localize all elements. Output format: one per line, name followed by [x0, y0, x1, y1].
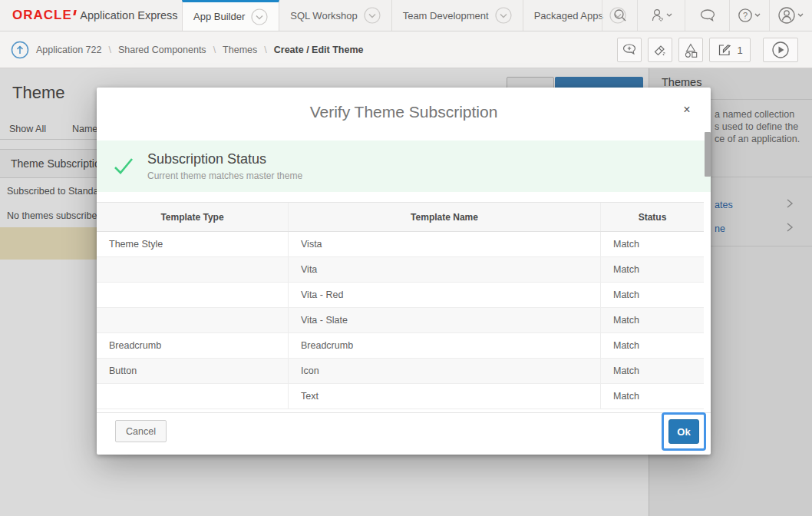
table-row: TextMatch [97, 384, 704, 409]
cell-type [97, 308, 288, 332]
cell-status: Match [600, 384, 704, 408]
cell-name: Vita [288, 257, 600, 282]
chevron-down-icon[interactable] [495, 7, 512, 24]
tab-label: Team Development [403, 10, 489, 22]
breadcrumb-item-shared-components[interactable]: Shared Components [118, 45, 206, 55]
table-row: Vita - SlateMatch [97, 308, 704, 333]
cell-name: Vita - Slate [288, 308, 600, 332]
cell-status: Match [600, 232, 704, 256]
table-header-row: Template Type Template Name Status [97, 203, 704, 232]
success-check-icon [112, 156, 135, 177]
tab-label: Packaged Apps [534, 10, 603, 22]
breadcrumb-item-current: Create / Edit Theme [274, 45, 364, 55]
top-navigation-bar: ORACLE Application Express App Builder S… [0, 0, 812, 31]
registered-mark [73, 10, 76, 15]
dialog-footer: Cancel Ok [97, 412, 711, 455]
chevron-down-icon[interactable] [364, 7, 381, 24]
dialog-title: Verify Theme Subscription [97, 103, 711, 121]
table-row: Theme StyleVistaMatch [97, 232, 704, 257]
tab-label: SQL Workshop [290, 10, 357, 22]
breadcrumb-separator: \ [108, 45, 111, 55]
tab-sql-workshop[interactable]: SQL Workshop [279, 0, 391, 31]
help-icon[interactable]: ? [729, 0, 769, 31]
cell-type [97, 384, 288, 408]
cell-name: Vita - Red [288, 283, 600, 307]
cell-status: Match [600, 333, 704, 358]
cell-name: Breadcrumb [288, 333, 600, 358]
page-toolbar: 1 [617, 38, 798, 62]
cell-type: Button [97, 359, 288, 383]
run-application-button[interactable] [763, 38, 798, 62]
tab-app-builder[interactable]: App Builder [182, 0, 279, 31]
status-subtitle: Current theme matches master theme [147, 170, 302, 181]
ok-button-focus-ring: Ok [662, 412, 706, 451]
utilities-flashlight-button[interactable] [648, 38, 672, 62]
cell-status: Match [600, 308, 704, 332]
table-row: Vita - RedMatch [97, 283, 704, 308]
cell-status: Match [600, 283, 704, 307]
breadcrumb-separator: \ [213, 45, 216, 55]
product-name: Application Express [80, 9, 177, 22]
column-header-template-type: Template Type [97, 203, 288, 231]
breadcrumb-item-application[interactable]: Application 722 [36, 45, 101, 55]
table-row: BreadcrumbBreadcrumbMatch [97, 333, 704, 359]
ok-button[interactable]: Ok [668, 419, 699, 444]
cell-status: Match [600, 359, 704, 383]
cell-name: Text [288, 384, 600, 408]
cell-type: Breadcrumb [97, 333, 288, 358]
feedback-comment-button[interactable] [617, 38, 642, 62]
cell-type [97, 283, 288, 307]
dialog-scrollbar-thumb[interactable] [705, 132, 711, 177]
up-arrow-icon[interactable] [11, 41, 29, 59]
cell-type [97, 257, 288, 282]
brand-logo: ORACLE Application Express [12, 0, 178, 31]
edit-page-count: 1 [737, 45, 742, 56]
column-header-template-name: Template Name [288, 203, 600, 231]
cell-type: Theme Style [97, 232, 288, 256]
main-tabs: App Builder SQL Workshop Team Developmen… [182, 0, 638, 31]
breadcrumb: Application 722 \ Shared Components \ Th… [11, 31, 363, 68]
cancel-button[interactable]: Cancel [115, 420, 167, 442]
template-table-body: Theme StyleVistaMatchVitaMatchVita - Red… [97, 232, 704, 409]
cell-name: Vista [288, 232, 600, 256]
status-text-block: Subscription Status Current theme matche… [147, 151, 302, 181]
breadcrumb-bar: Application 722 \ Shared Components \ Th… [0, 31, 812, 68]
account-user-icon[interactable] [769, 0, 812, 31]
table-row: ButtonIconMatch [97, 359, 704, 384]
breadcrumb-separator: \ [264, 45, 266, 55]
chevron-down-icon[interactable] [251, 8, 268, 25]
close-icon[interactable]: × [678, 101, 695, 118]
tab-team-development[interactable]: Team Development [392, 0, 523, 31]
cell-name: Icon [288, 359, 600, 383]
top-nav-icon-group: ? [602, 0, 812, 31]
tab-label: App Builder [193, 11, 245, 22]
status-title: Subscription Status [147, 151, 302, 167]
edit-page-button[interactable]: 1 [709, 38, 751, 62]
breadcrumb-item-themes[interactable]: Themes [223, 45, 257, 55]
svg-text:?: ? [742, 11, 747, 20]
search-icon[interactable] [602, 0, 637, 31]
feedback-chat-icon[interactable] [685, 0, 729, 31]
cell-status: Match [600, 257, 704, 282]
admin-user-icon[interactable] [637, 0, 685, 31]
column-header-status: Status [600, 203, 704, 231]
verify-theme-subscription-dialog: Verify Theme Subscription × Subscription… [97, 88, 711, 455]
template-comparison-table: Template Type Template Name Status Theme… [97, 202, 704, 409]
oracle-wordmark: ORACLE [12, 8, 72, 23]
subscription-status-banner: Subscription Status Current theme matche… [97, 141, 711, 192]
shared-components-shapes-button[interactable] [678, 38, 703, 62]
pencil-square-icon [717, 42, 732, 58]
table-row: VitaMatch [97, 257, 704, 283]
